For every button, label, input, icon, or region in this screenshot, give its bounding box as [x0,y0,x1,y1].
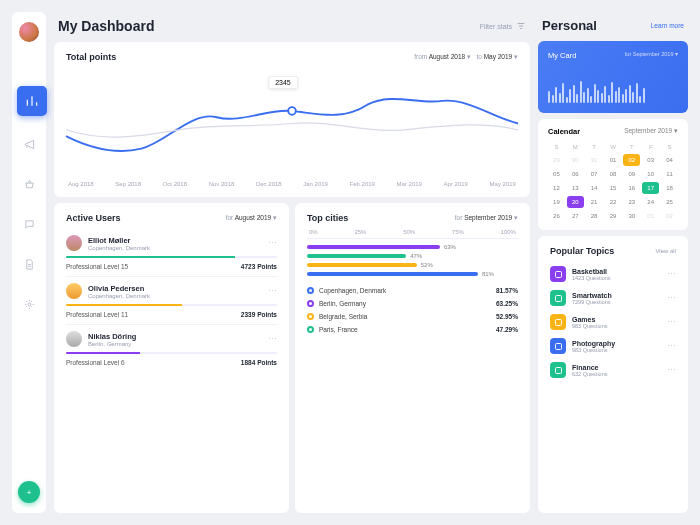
calendar-day[interactable]: 23 [623,196,640,208]
filter-button[interactable]: Filter stats [480,21,526,31]
calendar-day[interactable]: 11 [661,168,678,180]
svg-rect-5 [555,343,561,349]
calendar-day[interactable]: 02 [623,154,640,166]
legend-swatch [307,300,314,307]
topic-item[interactable]: Finance632 Questions⋯ [550,358,676,382]
more-icon[interactable]: ⋯ [268,334,277,344]
calendar-day[interactable]: 04 [661,154,678,166]
topic-count: 983 Questions [572,323,607,329]
date-range[interactable]: from August 2018 ▾ to May 2019 ▾ [414,53,518,61]
nav-chat[interactable] [17,212,41,236]
calendar-grid: SMTWTFS293031010203040506070809101112131… [548,142,678,222]
legend-item: Paris, France47.29% [307,323,518,336]
more-icon[interactable]: ⋯ [667,293,676,303]
topic-item[interactable]: Games983 Questions⋯ [550,310,676,334]
sliders-icon [516,21,526,31]
user-location: Copenhagen, Denmark [88,293,150,299]
more-icon[interactable]: ⋯ [667,341,676,351]
calendar-day[interactable]: 10 [642,168,659,180]
calendar-month[interactable]: September 2019 ▾ [624,127,678,136]
calendar-day[interactable]: 28 [586,210,603,222]
calendar-day[interactable]: 16 [623,182,640,194]
legend-city: Copenhagen, Denmark [319,287,386,294]
calendar-day[interactable]: 15 [605,182,622,194]
calendar-day[interactable]: 27 [567,210,584,222]
calendar-day[interactable]: 22 [605,196,622,208]
users-title: Active Users [66,213,121,223]
calendar-day[interactable]: 05 [548,168,565,180]
fab-add[interactable]: + [18,481,40,503]
calendar-day[interactable]: 29 [605,210,622,222]
my-card[interactable]: My Card for September 2019 ▾ [538,41,688,113]
more-icon[interactable]: ⋯ [667,365,676,375]
active-users-card: Active Users for August 2019 ▾ Elliot Mø… [54,203,289,513]
learn-more-link[interactable]: Learn more [651,22,684,29]
calendar-day[interactable]: 20 [567,196,584,208]
calendar-day[interactable]: 01 [605,154,622,166]
more-icon[interactable]: ⋯ [268,286,277,296]
calendar-day[interactable]: 09 [623,168,640,180]
nav-settings[interactable] [17,292,41,316]
user-points: 1884 Points [241,359,277,366]
more-icon[interactable]: ⋯ [268,238,277,248]
watch-icon [550,290,566,306]
more-icon[interactable]: ⋯ [667,317,676,327]
more-icon[interactable]: ⋯ [667,269,676,279]
mycard-title: My Card [548,51,576,60]
calendar-day[interactable]: 01 [642,210,659,222]
chart-title: Total points [66,52,116,62]
calendar-day[interactable]: 29 [548,154,565,166]
user-location: Copenhagen, Denmark [88,245,150,251]
user-row[interactable]: Niklas DöringBerlin, Germany⋯Professiona… [66,325,277,372]
mycard-period: for September 2019 ▾ [625,51,678,60]
legend-city: Belgrade, Serbia [319,313,367,320]
user-row[interactable]: Elliot MøllerCopenhagen, Denmark⋯Profess… [66,229,277,277]
calendar-day[interactable]: 12 [548,182,565,194]
topic-item[interactable]: Photography983 Questions⋯ [550,334,676,358]
calendar-day[interactable]: 07 [586,168,603,180]
calendar-day[interactable]: 24 [642,196,659,208]
user-avatar [66,283,82,299]
dow-label: T [586,142,603,152]
nav-shop[interactable] [17,172,41,196]
user-points: 4723 Points [241,263,277,270]
nav-announce[interactable] [17,132,41,156]
calendar-day[interactable]: 30 [567,154,584,166]
calendar-card: Calendar September 2019 ▾ SMTWTFS2930310… [538,119,688,230]
user-row[interactable]: Olivia PedersenCopenhagen, Denmark⋯Profe… [66,277,277,325]
chat-icon [24,219,35,230]
calendar-day[interactable]: 08 [605,168,622,180]
calendar-day[interactable]: 17 [642,182,659,194]
legend-item: Berlin, Germany63.25% [307,297,518,310]
user-level: Professional Level 11 [66,311,128,318]
topic-item[interactable]: Basketball1423 Questions⋯ [550,262,676,286]
users-period[interactable]: for August 2019 ▾ [226,214,277,222]
user-points: 2339 Points [241,311,277,318]
user-avatar [66,235,82,251]
calendar-day[interactable]: 19 [548,196,565,208]
topic-name: Finance [572,364,607,371]
calendar-title: Calendar [548,127,580,136]
calendar-day[interactable]: 26 [548,210,565,222]
calendar-day[interactable]: 13 [567,182,584,194]
topic-item[interactable]: Smartwatch7299 Questions⋯ [550,286,676,310]
calendar-day[interactable]: 25 [661,196,678,208]
nav-docs[interactable] [17,252,41,276]
calendar-day[interactable]: 03 [642,154,659,166]
filter-label: Filter stats [480,23,512,30]
calendar-day[interactable]: 02 [661,210,678,222]
calendar-day[interactable]: 06 [567,168,584,180]
calendar-day[interactable]: 21 [586,196,603,208]
cities-period[interactable]: for September 2019 ▾ [455,214,518,222]
gear-icon [24,299,35,310]
user-avatar [66,331,82,347]
city-bar: 81% [307,272,518,276]
calendar-day[interactable]: 30 [623,210,640,222]
avatar[interactable] [19,22,39,42]
calendar-day[interactable]: 14 [586,182,603,194]
calendar-day[interactable]: 31 [586,154,603,166]
calendar-day[interactable]: 18 [661,182,678,194]
nav-dashboard[interactable] [17,86,47,116]
view-all-link[interactable]: View all [655,248,676,254]
megaphone-icon [24,139,35,150]
